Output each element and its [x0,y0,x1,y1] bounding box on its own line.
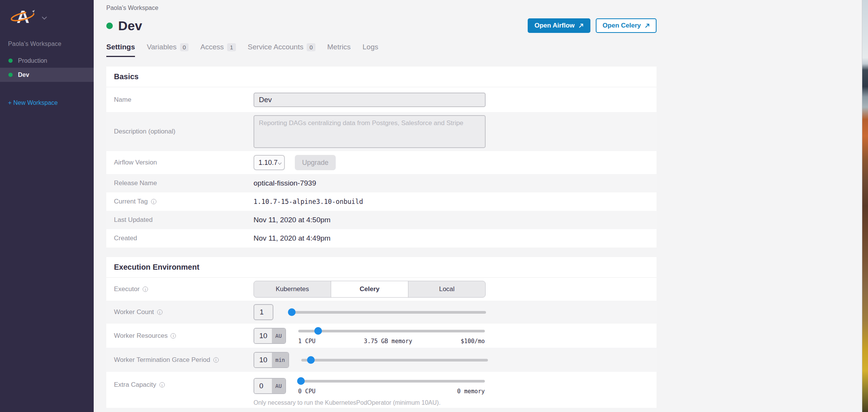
worker-count-input[interactable] [254,304,273,320]
slider-thumb[interactable] [307,356,315,364]
unit-badge: min [272,353,288,367]
created-row: Created Nov 11, 2020 at 4:49pm [106,229,657,248]
worker-count-label: Worker Count [114,308,154,316]
open-celery-label: Open Celery [603,22,641,29]
description-row: Description (optional) [106,112,657,151]
description-input[interactable] [254,115,486,148]
name-input[interactable] [254,93,486,107]
tab-access[interactable]: Access 1 [200,43,236,57]
worker-resources-cpu: 1 CPU [298,338,315,345]
page-header: Dev Open Airflow Open Celery [106,18,657,34]
tab-label: Variables [147,43,177,51]
new-workspace-link[interactable]: + New Workspace [8,99,94,106]
info-icon[interactable] [159,382,165,388]
executor-option-kubernetes[interactable]: Kubernetes [254,281,331,297]
release-name-row: Release Name optical-fission-7939 [106,174,657,192]
open-airflow-button[interactable]: Open Airflow [528,18,590,33]
sidebar-item-label: Dev [18,72,29,78]
executor-label: Executor [114,285,140,293]
executor-option-celery[interactable]: Celery [331,281,408,297]
extra-capacity-cpu: 0 CPU [298,388,315,395]
current-tag-label: Current Tag [114,198,148,205]
extra-capacity-help: Only necessary to run the KubernetesPodO… [254,399,485,406]
upgrade-button[interactable]: Upgrade [295,155,336,170]
tab-metrics[interactable]: Metrics [327,43,351,57]
name-row: Name [106,87,657,112]
info-icon[interactable] [213,357,219,363]
chevron-down-icon [278,159,282,167]
executor-row: Executor Kubernetes Celery Local [106,278,657,301]
slider-thumb[interactable] [288,308,296,316]
executor-option-local[interactable]: Local [408,281,485,297]
grace-period-input[interactable] [254,353,272,367]
last-updated-row: Last Updated Nov 11, 2020 at 4:50pm [106,211,657,229]
current-tag-value: 1.10.7-15-alpine3.10-onbuild [254,198,363,205]
worker-resources-input[interactable] [254,329,272,343]
created-label: Created [114,234,137,242]
info-icon[interactable] [171,333,176,339]
sidebar-item-label: Production [18,57,47,64]
sidebar-item-dev[interactable]: Dev [0,68,94,82]
breadcrumb: Paola's Workspace [106,0,657,11]
section-title-basics: Basics [114,72,139,81]
grace-period-slider[interactable] [301,356,488,364]
tab-label: Metrics [327,43,351,51]
sidebar-item-production[interactable]: Production [0,54,94,68]
slider-thumb[interactable] [314,327,322,335]
tab-label: Access [200,43,224,51]
worker-resources-row: Worker Resources AU 1 CPU [106,324,657,348]
basics-card: Basics Name Description (optional) Airfl… [106,67,657,248]
tab-count-badge: 1 [227,43,236,51]
tab-label: Service Accounts [248,43,304,51]
extra-capacity-input[interactable] [254,379,272,393]
created-value: Nov 11, 2020 at 4:49pm [254,234,330,243]
workspace-switcher[interactable]: A [0,0,94,28]
deployment-status-dot-icon [106,23,113,29]
info-icon[interactable] [151,199,156,204]
extra-capacity-row: Extra Capacity AU [106,372,657,408]
desktop-wallpaper-sliver [862,0,868,412]
unit-badge: AU [272,379,285,393]
grace-period-input-group: min [254,352,289,368]
tab-label: Settings [106,43,135,51]
open-celery-button[interactable]: Open Celery [596,18,657,33]
slider-thumb[interactable] [297,377,305,385]
release-name-label: Release Name [114,179,157,187]
worker-count-slider[interactable] [289,308,486,316]
worker-count-row: Worker Count [106,301,657,324]
astronomer-logo-icon: A [10,6,36,28]
worker-resources-slider[interactable] [298,327,485,335]
airflow-version-select[interactable]: 1.10.7 [254,155,285,170]
airflow-version-value: 1.10.7 [258,159,278,167]
page-title: Dev [118,18,142,33]
svg-text:A: A [16,7,29,26]
section-title-execution-environment: Execution Environment [114,263,199,272]
airflow-version-row: Airflow Version 1.10.7 Upgrade [106,151,657,174]
grace-period-label: Worker Termination Grace Period [114,356,210,364]
tab-count-badge: 0 [180,43,189,51]
tab-bar: Settings Variables 0 Access 1 Service Ac… [106,43,657,57]
extra-capacity-label: Extra Capacity [114,381,156,389]
description-label: Description (optional) [114,128,176,135]
info-icon[interactable] [157,309,163,315]
external-link-icon [645,23,650,28]
status-dot-icon [8,73,13,77]
airflow-version-label: Airflow Version [114,159,157,166]
open-airflow-label: Open Airflow [535,22,575,29]
tab-label: Logs [362,43,378,51]
worker-resources-cost: $100/mo [461,338,485,345]
release-name-value: optical-fission-7939 [254,179,316,187]
extra-capacity-input-group: AU [254,378,286,394]
worker-resources-memory: 3.75 GB memory [364,338,412,345]
status-dot-icon [8,59,13,63]
execution-environment-card: Execution Environment Executor Kubernete… [106,257,657,408]
tab-service-accounts[interactable]: Service Accounts 0 [248,43,315,57]
info-icon[interactable] [143,287,148,292]
tab-variables[interactable]: Variables 0 [147,43,189,57]
last-updated-label: Last Updated [114,216,153,224]
extra-capacity-slider[interactable] [298,377,485,385]
extra-capacity-memory: 0 memory [457,388,485,395]
worker-resources-label: Worker Resources [114,332,167,340]
tab-logs[interactable]: Logs [362,43,378,57]
tab-settings[interactable]: Settings [106,43,135,57]
